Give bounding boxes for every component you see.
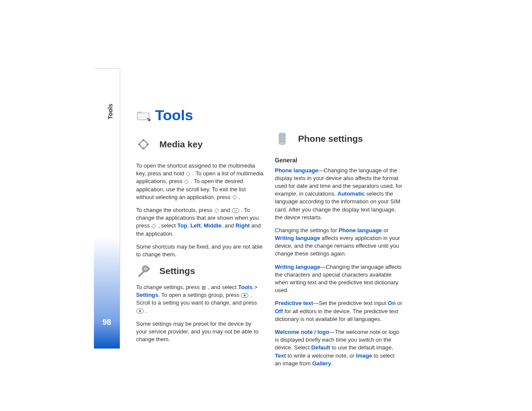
- ui-on: On: [388, 300, 395, 306]
- svg-point-8: [202, 287, 203, 288]
- section-title-media-key: Media key: [159, 139, 202, 149]
- svg-rect-22: [283, 140, 284, 140]
- ui-top: Top: [177, 222, 187, 229]
- settings-p2: Some settings may be preset for the devi…: [136, 320, 264, 344]
- ui-left: Left: [190, 222, 201, 229]
- svg-rect-17: [139, 310, 141, 312]
- page-number: 98: [94, 318, 120, 327]
- wrench-icon: [136, 264, 151, 278]
- diamond-small-icon: [151, 223, 156, 228]
- ui-welcome-note: Welcome note / logo: [275, 329, 329, 335]
- svg-rect-23: [280, 141, 281, 142]
- section-phone-settings: Phone settings: [275, 131, 402, 146]
- ui-middle: Middle: [204, 222, 221, 229]
- left-column: Tools Media key To open the shortcut ass…: [136, 108, 264, 373]
- section-title-phone-settings: Phone settings: [298, 134, 363, 144]
- svg-point-5: [202, 286, 203, 287]
- content-area: Tools Media key To open the shortcut ass…: [136, 108, 402, 373]
- svg-rect-24: [282, 141, 283, 142]
- svg-rect-25: [283, 141, 284, 142]
- right-column: Phone settings General Phone language—Ch…: [275, 108, 402, 373]
- general-p4: Predictive text—Set the predictive text …: [275, 299, 402, 323]
- sidebar-label: Tools: [107, 104, 114, 119]
- ui-text: Text: [275, 352, 286, 359]
- diamond-small-icon: [186, 171, 191, 176]
- center-button-icon: [136, 308, 144, 313]
- subheading-general: General: [275, 156, 402, 165]
- svg-point-11: [202, 289, 203, 290]
- page-title: Tools: [155, 108, 193, 122]
- general-p2: Changing the settings for Phone language…: [275, 227, 402, 258]
- svg-point-1: [146, 143, 148, 145]
- ui-writing-language: Writing language: [275, 235, 320, 241]
- svg-rect-20: [280, 140, 281, 140]
- svg-rect-19: [280, 134, 284, 139]
- media-key-p2: To change the shortcuts, press and . To …: [136, 206, 264, 238]
- ui-automatic: Automatic: [337, 190, 365, 197]
- svg-rect-4: [232, 209, 239, 213]
- diamond-small-icon: [214, 208, 219, 213]
- folder-icon: [136, 108, 151, 122]
- diamond-small-icon: [184, 179, 189, 184]
- ui-writing-language-2: Writing language: [275, 264, 320, 270]
- svg-point-9: [203, 287, 204, 288]
- svg-point-13: [205, 289, 205, 290]
- general-p3: Writing language—Changing the language a…: [275, 263, 402, 295]
- diamond-icon: [136, 137, 151, 152]
- ui-tools: Tools: [238, 284, 253, 290]
- menu-key-icon: [201, 285, 206, 290]
- ui-phone-language: Phone language: [275, 167, 318, 174]
- svg-point-7: [205, 286, 205, 287]
- section-settings: Settings: [136, 264, 264, 278]
- ui-default: Default: [311, 344, 330, 351]
- down-button-icon: [232, 208, 240, 213]
- diamond-small-icon: [232, 194, 237, 199]
- svg-point-10: [205, 287, 205, 288]
- ui-image: Image: [356, 352, 372, 359]
- svg-point-0: [143, 140, 144, 141]
- svg-point-12: [203, 289, 204, 290]
- svg-point-2: [143, 147, 144, 149]
- general-p1: Phone language—Changing the language of …: [275, 167, 402, 221]
- section-media-key: Media key: [136, 137, 264, 152]
- general-p5: Welcome note / logo—The welcome note or …: [275, 328, 402, 367]
- svg-point-6: [203, 286, 204, 287]
- ui-phone-language-2: Phone language: [339, 227, 382, 234]
- svg-point-3: [139, 143, 140, 145]
- ui-predictive-text: Predictive text: [275, 300, 313, 306]
- center-button-icon: [241, 293, 249, 298]
- settings-p1: To change settings, press , and select T…: [136, 283, 264, 315]
- ui-settings: Settings: [136, 292, 158, 298]
- media-key-p3: Some shortcuts may be fixed, and you are…: [136, 243, 264, 258]
- media-key-p1: To open the shortcut assigned to the mul…: [136, 162, 264, 201]
- sidebar: Tools 98: [94, 68, 120, 349]
- ui-right: Right: [236, 222, 250, 229]
- ui-gallery: Gallery: [312, 360, 331, 367]
- svg-rect-15: [244, 295, 246, 296]
- section-title-settings: Settings: [159, 266, 195, 276]
- svg-rect-21: [282, 140, 283, 140]
- phone-icon: [275, 131, 289, 146]
- ui-off: Off: [275, 308, 283, 314]
- page-title-row: Tools: [136, 108, 264, 122]
- page: Tools 98 Tools: [0, 0, 532, 411]
